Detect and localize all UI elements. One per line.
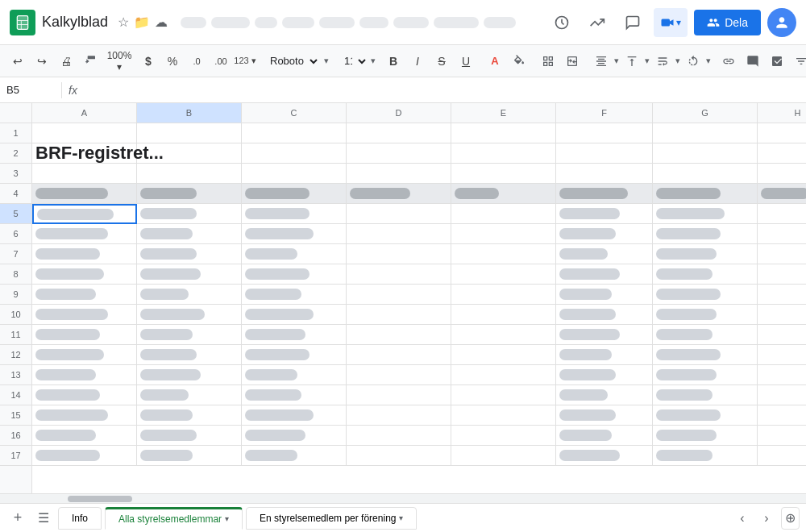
cell-i14[interactable] — [758, 385, 806, 405]
cell-e5[interactable] — [347, 204, 451, 224]
cell-f16[interactable] — [451, 426, 556, 446]
link-btn[interactable] — [717, 50, 740, 73]
folder-icon[interactable]: 📁 — [134, 15, 150, 30]
cell-i7[interactable] — [758, 244, 806, 264]
cell-f2[interactable] — [451, 143, 556, 164]
row-num-17[interactable]: 17 — [0, 446, 31, 466]
row-num-1[interactable]: 1 — [0, 123, 31, 143]
cell-h16[interactable] — [653, 426, 758, 446]
cell-i11[interactable] — [758, 325, 806, 345]
cell-e17[interactable] — [347, 446, 451, 466]
cell-f4[interactable] — [451, 184, 556, 204]
cell-h7[interactable] — [653, 244, 758, 264]
cell-h1[interactable] — [653, 123, 758, 143]
horizontal-scrollbar[interactable] — [0, 493, 806, 503]
cell-c15[interactable] — [137, 405, 242, 426]
menu-pill-4[interactable] — [282, 17, 314, 28]
cell-i9[interactable] — [758, 285, 806, 305]
cell-g10[interactable] — [556, 305, 653, 325]
cell-c14[interactable] — [137, 385, 242, 405]
percent-btn[interactable]: % — [161, 50, 184, 73]
valign-btn[interactable] — [621, 50, 643, 73]
text-color-btn[interactable]: A — [484, 50, 506, 73]
cell-c7[interactable] — [137, 244, 242, 264]
row-num-6[interactable]: 6 — [0, 224, 31, 244]
cell-f1[interactable] — [451, 123, 556, 143]
menu-pill-3[interactable] — [255, 17, 277, 28]
bold-btn[interactable]: B — [382, 50, 405, 73]
cell-e12[interactable] — [347, 345, 451, 365]
strikethrough-btn[interactable]: S — [430, 50, 453, 73]
cell-b17[interactable] — [32, 446, 137, 466]
currency-btn[interactable]: $ — [137, 50, 160, 73]
cell-b15[interactable] — [32, 405, 137, 426]
cell-b10[interactable] — [32, 305, 137, 325]
share-button[interactable]: Dela — [694, 10, 761, 35]
cell-e6[interactable] — [347, 224, 451, 244]
zoom-btn[interactable]: 100% ▾ — [108, 50, 131, 73]
cell-b1[interactable] — [32, 123, 137, 143]
cell-c8[interactable] — [137, 264, 242, 285]
col-header-a[interactable]: A — [32, 103, 137, 123]
rotate-btn[interactable] — [682, 50, 704, 73]
decimal-dec-btn[interactable]: .0 — [185, 50, 208, 73]
cell-i3[interactable] — [758, 164, 806, 184]
cell-b4[interactable] — [32, 184, 137, 204]
cell-c16[interactable] — [137, 426, 242, 446]
cell-e10[interactable] — [347, 305, 451, 325]
underline-btn[interactable]: U — [455, 50, 477, 73]
cell-g7[interactable] — [556, 244, 653, 264]
menu-pill-2[interactable] — [211, 17, 250, 28]
cell-d10[interactable] — [242, 305, 347, 325]
add-sheet-btn[interactable]: + — [6, 507, 29, 530]
cell-d13[interactable] — [242, 365, 347, 385]
cell-b2[interactable]: BRF-registret... — [32, 143, 137, 164]
cell-i1[interactable] — [758, 123, 806, 143]
decimal-inc-btn[interactable]: .00 — [210, 50, 232, 73]
cell-i17[interactable] — [758, 446, 806, 466]
cell-f13[interactable] — [451, 365, 556, 385]
sheet-tab-one-member-dropdown[interactable]: ▾ — [399, 513, 403, 522]
cell-e7[interactable] — [347, 244, 451, 264]
cell-e1[interactable] — [347, 123, 451, 143]
redo-btn[interactable]: ↪ — [31, 50, 53, 73]
cell-c11[interactable] — [137, 325, 242, 345]
cell-d6[interactable] — [242, 224, 347, 244]
cell-e15[interactable] — [347, 405, 451, 426]
font-size-select[interactable]: 11 — [337, 51, 369, 72]
paint-format-btn[interactable] — [79, 50, 102, 73]
cell-e8[interactable] — [347, 264, 451, 285]
cell-c1[interactable] — [137, 123, 242, 143]
cell-b12[interactable] — [32, 345, 137, 365]
sheet-tab-info[interactable]: Info — [58, 507, 102, 530]
cell-h9[interactable] — [653, 285, 758, 305]
cell-f11[interactable] — [451, 325, 556, 345]
print-btn[interactable]: 🖨 — [55, 50, 77, 73]
cell-i4[interactable] — [758, 184, 806, 204]
cell-c12[interactable] — [137, 345, 242, 365]
star-icon[interactable]: ☆ — [118, 15, 129, 30]
cell-i12[interactable] — [758, 345, 806, 365]
cell-g9[interactable] — [556, 285, 653, 305]
cell-i15[interactable] — [758, 405, 806, 426]
cell-i5[interactable] — [758, 204, 806, 224]
cell-g14[interactable] — [556, 385, 653, 405]
user-avatar[interactable] — [767, 8, 796, 37]
cell-e4[interactable] — [347, 184, 451, 204]
cell-h11[interactable] — [653, 325, 758, 345]
col-header-d[interactable]: D — [347, 103, 451, 123]
cell-f9[interactable] — [451, 285, 556, 305]
row-num-4[interactable]: 4 — [0, 184, 31, 204]
menu-pill-6[interactable] — [359, 17, 388, 28]
cell-e2[interactable] — [347, 143, 451, 164]
borders-btn[interactable] — [537, 50, 559, 73]
align-btn[interactable] — [590, 50, 613, 73]
cell-i8[interactable] — [758, 264, 806, 285]
col-header-f[interactable]: F — [556, 103, 653, 123]
cell-i6[interactable] — [758, 224, 806, 244]
cell-g3[interactable] — [556, 164, 653, 184]
cell-d1[interactable] — [242, 123, 347, 143]
cell-d15[interactable] — [242, 405, 347, 426]
sheet-tab-all-members-dropdown[interactable]: ▾ — [225, 514, 229, 523]
comments-icon-btn[interactable] — [618, 8, 647, 37]
